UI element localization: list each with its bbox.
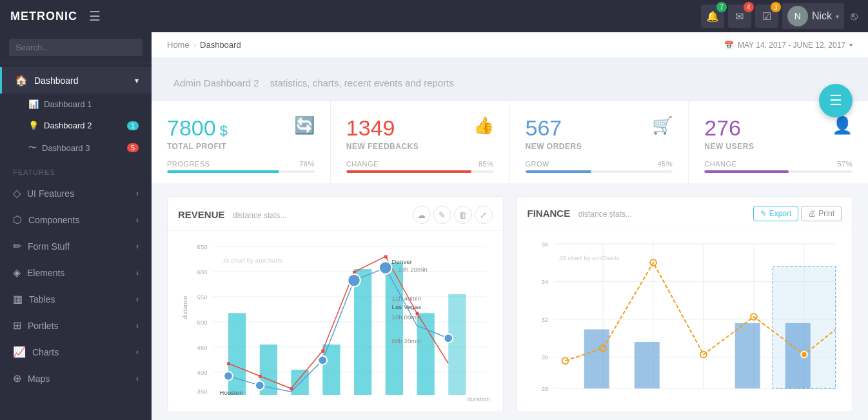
breadcrumb-home[interactable]: Home bbox=[167, 40, 190, 50]
revenue-expand-button[interactable]: ⤢ bbox=[475, 206, 493, 224]
svg-text:Las Vegas: Las Vegas bbox=[392, 303, 422, 310]
menu-toggle-icon[interactable]: ☰ bbox=[89, 8, 101, 24]
messages-button[interactable]: ✉ 4 bbox=[728, 5, 751, 28]
stat-value-orders: 567 bbox=[526, 115, 582, 141]
sidebar-item-dashboard-1[interactable]: 📊 Dashboard 1 bbox=[0, 94, 152, 115]
dashboard2-badge: 1 bbox=[127, 121, 139, 130]
finance-print-button[interactable]: 🖨 Print bbox=[801, 206, 842, 221]
stat-footer-orders: GROW 45% bbox=[526, 160, 673, 173]
fab-button[interactable]: ☰ bbox=[819, 84, 853, 117]
stat-footer-feedbacks: CHANGE 85% bbox=[346, 160, 494, 173]
orders-bar-label: GROW bbox=[526, 160, 549, 168]
feedbacks-bar-label: CHANGE bbox=[346, 160, 379, 168]
svg-point-32 bbox=[318, 356, 327, 365]
sidebar-item-tables[interactable]: ▦ Tables ‹ bbox=[0, 286, 152, 312]
svg-rect-59 bbox=[584, 330, 609, 389]
dashboard2-icon: 💡 bbox=[28, 121, 39, 130]
users-progress-track bbox=[704, 170, 853, 173]
maps-arrow-icon: ‹ bbox=[136, 374, 139, 383]
svg-text:distance: distance bbox=[181, 296, 188, 319]
svg-text:36: 36 bbox=[541, 241, 548, 248]
users-bar-pct: 57% bbox=[837, 160, 853, 168]
orders-icon: 🛒 bbox=[652, 115, 673, 135]
main-content: Home › Dashboard 📅 MAY 14, 2017 - JUNE 1… bbox=[152, 32, 868, 420]
sidebar-item-dashboard[interactable]: 🏠 Dashboard ▾ bbox=[0, 67, 152, 94]
finance-chart-actions: ✎ Export 🖨 Print bbox=[753, 206, 842, 221]
revenue-chart-header: REVENUE distance stats... ☁ ✎ 🗑 ⤢ bbox=[168, 197, 503, 231]
breadcrumb-bar: Home › Dashboard 📅 MAY 14, 2017 - JUNE 1… bbox=[152, 32, 868, 58]
sidebar-search-area bbox=[0, 32, 152, 63]
sidebar-form-stuff-label: Form Stuff bbox=[28, 241, 70, 252]
dashboard-icon: 🏠 bbox=[15, 74, 28, 86]
search-input[interactable] bbox=[9, 39, 143, 56]
features-section-label: FEATURES bbox=[0, 159, 152, 180]
sidebar-components-label: Components bbox=[28, 215, 79, 225]
print-icon: 🖨 bbox=[808, 209, 816, 218]
stat-card-total-profit: 7800 $ TOTAL PROFIT 🔄 PROGRESS 76% bbox=[152, 101, 331, 183]
stat-header-users: 276 NEW USERS 👤 bbox=[704, 115, 853, 151]
sidebar-dashboard-label: Dashboard bbox=[34, 75, 79, 86]
brand-logo: METRONIC bbox=[10, 10, 77, 23]
svg-rect-22 bbox=[448, 294, 466, 395]
stat-footer-profit: PROGRESS 76% bbox=[167, 160, 315, 173]
sidebar-item-portlets[interactable]: ⊞ Portlets ‹ bbox=[0, 312, 152, 339]
messages-badge: 4 bbox=[744, 2, 754, 12]
svg-text:30: 30 bbox=[541, 354, 548, 361]
svg-rect-24 bbox=[259, 375, 262, 378]
stat-card-orders: 567 NEW ORDERS 🛒 GROW 45% bbox=[510, 101, 689, 183]
top-navigation: METRONIC ☰ 🔔 7 ✉ 4 ☑ 3 N Nick ▾ ⎋ bbox=[0, 0, 868, 32]
sidebar-item-dashboard-3[interactable]: 〜 Dashboard 3 5 bbox=[0, 136, 152, 159]
user-menu[interactable]: N Nick ▾ bbox=[782, 3, 844, 29]
page-header: Admin Dashboard 2 statistics, charts, re… bbox=[152, 58, 868, 101]
profit-progress-track bbox=[167, 170, 315, 173]
stat-footer-users: CHANGE 57% bbox=[704, 160, 853, 173]
sidebar-dashboard1-label: Dashboard 1 bbox=[44, 99, 92, 109]
svg-point-35 bbox=[444, 334, 453, 343]
stat-label-profit: TOTAL PROFIT bbox=[167, 142, 228, 151]
revenue-delete-button[interactable]: 🗑 bbox=[454, 206, 472, 224]
sidebar-dashboard2-label: Dashboard 2 bbox=[44, 121, 92, 130]
svg-rect-18 bbox=[322, 345, 340, 395]
svg-point-31 bbox=[255, 381, 264, 390]
finance-export-button[interactable]: ✎ Export bbox=[753, 206, 799, 221]
stat-value-users: 276 bbox=[704, 115, 754, 141]
date-range-picker[interactable]: 📅 MAY 14, 2017 - JUNE 12, 2017 ▾ bbox=[724, 41, 853, 50]
sidebar-item-elements[interactable]: ◈ Elements ‹ bbox=[0, 259, 152, 286]
sidebar-item-charts[interactable]: 📈 Charts ‹ bbox=[0, 339, 152, 365]
revenue-upload-button[interactable]: ☁ bbox=[413, 206, 431, 224]
svg-rect-60 bbox=[634, 342, 659, 388]
revenue-chart-title-area: REVENUE distance stats... bbox=[178, 209, 286, 221]
sidebar-item-components[interactable]: ⬡ Components ‹ bbox=[0, 206, 152, 233]
sidebar-item-form-stuff[interactable]: ✏ Form Stuff ‹ bbox=[0, 233, 152, 259]
notifications-button[interactable]: 🔔 7 bbox=[701, 5, 724, 28]
svg-text:Denver: Denver bbox=[392, 258, 413, 265]
revenue-chart-svg: 650 600 550 500 450 400 350 bbox=[178, 237, 493, 401]
svg-rect-61 bbox=[735, 323, 760, 388]
sidebar-charts-label: Charts bbox=[32, 347, 59, 357]
profit-bar-label: PROGRESS bbox=[167, 160, 210, 168]
sidebar-item-ui-features[interactable]: ◇ UI Features ‹ bbox=[0, 180, 152, 206]
maps-icon: ⊕ bbox=[13, 372, 21, 385]
svg-text:350: 350 bbox=[197, 388, 208, 395]
stat-header-profit: 7800 $ TOTAL PROFIT 🔄 bbox=[167, 115, 315, 151]
breadcrumb-separator: › bbox=[193, 40, 196, 50]
finance-chart-subtitle: distance stats... bbox=[578, 210, 632, 219]
revenue-edit-button[interactable]: ✎ bbox=[433, 206, 451, 224]
charts-arrow-icon: ‹ bbox=[136, 348, 139, 357]
logout-button[interactable]: ⎋ bbox=[851, 10, 858, 23]
svg-text:500: 500 bbox=[197, 319, 208, 326]
sidebar-item-dashboard-2[interactable]: 💡 Dashboard 2 1 bbox=[0, 115, 152, 136]
dashboard3-badge: 5 bbox=[127, 143, 139, 152]
users-progress-fill bbox=[704, 170, 789, 173]
charts-icon: 📈 bbox=[13, 346, 26, 358]
users-bar-label: CHANGE bbox=[704, 160, 736, 168]
elements-arrow-icon: ‹ bbox=[136, 268, 139, 277]
tasks-badge: 3 bbox=[771, 2, 781, 12]
sidebar-item-maps[interactable]: ⊕ Maps ‹ bbox=[0, 365, 152, 392]
stat-label-users: NEW USERS bbox=[704, 142, 754, 151]
tasks-button[interactable]: ☑ 3 bbox=[755, 5, 778, 28]
svg-text:550: 550 bbox=[197, 294, 208, 301]
sidebar-ui-features-label: UI Features bbox=[27, 188, 74, 199]
svg-text:13h 20min: 13h 20min bbox=[398, 266, 428, 273]
charts-row: REVENUE distance stats... ☁ ✎ 🗑 ⤢ 650 60 bbox=[152, 183, 868, 420]
